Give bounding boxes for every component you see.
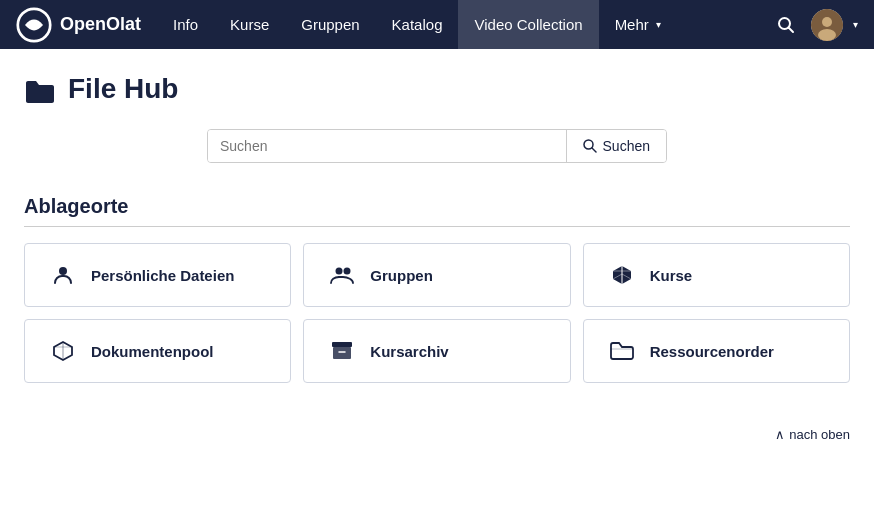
back-to-top-label: nach oben (789, 427, 850, 442)
section-divider (24, 226, 850, 227)
people-icon (328, 265, 356, 285)
archive-label: Kursarchiv (370, 343, 448, 360)
storage-card-archive[interactable]: Kursarchiv (303, 319, 570, 383)
resource-label: Ressourcenorder (650, 343, 774, 360)
storage-card-resource[interactable]: Ressourcenorder (583, 319, 850, 383)
courses-label: Kurse (650, 267, 693, 284)
search-row: Suchen (24, 129, 850, 163)
page-title-row: File Hub (24, 73, 850, 105)
search-container: Suchen (207, 129, 667, 163)
logo-icon (16, 7, 52, 43)
nav-link-info[interactable]: Info (157, 0, 214, 49)
nav-link-video-collection[interactable]: Video Collection (458, 0, 598, 49)
svg-line-7 (592, 148, 596, 152)
search-icon[interactable] (769, 10, 803, 39)
search-button-label: Suchen (603, 138, 650, 154)
nav-right: ▾ (769, 9, 858, 41)
page-title: File Hub (68, 73, 178, 105)
avatar[interactable] (811, 9, 843, 41)
avatar-image (811, 9, 843, 41)
svg-rect-20 (333, 347, 351, 359)
svg-point-8 (59, 267, 67, 275)
personal-files-label: Persönliche Dateien (91, 267, 234, 284)
file-hub-icon (24, 73, 56, 105)
groups-label: Gruppen (370, 267, 433, 284)
svg-rect-19 (332, 342, 352, 347)
top-navigation: OpenOlat Info Kurse Gruppen Katalog Vide… (0, 0, 874, 49)
main-content: File Hub Suchen Ablageorte (0, 49, 874, 454)
nav-links: Info Kurse Gruppen Katalog Video Collect… (157, 0, 769, 49)
folder-open-icon (608, 341, 636, 361)
cube-outline-icon (49, 340, 77, 362)
svg-point-5 (818, 29, 836, 41)
storage-grid: Persönliche Dateien Gruppen (24, 243, 850, 383)
storage-card-personal[interactable]: Persönliche Dateien (24, 243, 291, 307)
archive-icon (328, 341, 356, 361)
svg-line-2 (789, 28, 794, 33)
chevron-down-icon: ▾ (656, 19, 661, 30)
docpool-label: Dokumentenpool (91, 343, 214, 360)
svg-point-9 (336, 268, 343, 275)
cube-icon (608, 264, 636, 286)
nav-link-katalog[interactable]: Katalog (376, 0, 459, 49)
person-icon (49, 264, 77, 286)
section-title: Ablageorte (24, 195, 850, 218)
logo[interactable]: OpenOlat (16, 7, 141, 43)
logo-text: OpenOlat (60, 14, 141, 35)
nav-link-gruppen[interactable]: Gruppen (285, 0, 375, 49)
back-to-top-row: ∧ nach oben (24, 415, 850, 454)
avatar-dropdown-icon[interactable]: ▾ (853, 19, 858, 30)
storage-card-courses[interactable]: Kurse (583, 243, 850, 307)
search-button[interactable]: Suchen (566, 130, 666, 162)
svg-point-4 (822, 17, 832, 27)
search-input[interactable] (208, 130, 566, 162)
chevron-up-icon: ∧ (775, 427, 785, 442)
back-to-top-button[interactable]: ∧ nach oben (775, 427, 850, 442)
nav-link-kurse[interactable]: Kurse (214, 0, 285, 49)
storage-card-groups[interactable]: Gruppen (303, 243, 570, 307)
nav-link-mehr[interactable]: Mehr ▾ (599, 0, 677, 49)
search-button-icon (583, 139, 597, 153)
storage-card-docpool[interactable]: Dokumentenpool (24, 319, 291, 383)
svg-point-10 (344, 268, 351, 275)
